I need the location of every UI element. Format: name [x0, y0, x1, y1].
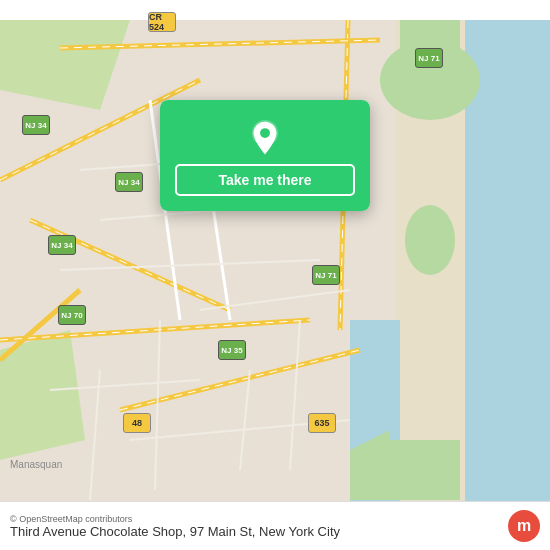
route-badge-nj34-2: NJ 34: [115, 172, 143, 192]
route-badge-nj70: NJ 70: [58, 305, 86, 325]
moovit-logo: m: [508, 510, 540, 542]
route-badge-nj71-2: NJ 71: [312, 265, 340, 285]
take-me-there-button[interactable]: Take me there: [175, 164, 355, 196]
bottom-info: © OpenStreetMap contributors Third Avenu…: [10, 514, 340, 539]
svg-rect-9: [390, 440, 460, 500]
svg-point-8: [405, 205, 455, 275]
popup-header: Take me there: [160, 100, 370, 211]
copyright-text: © OpenStreetMap contributors: [10, 514, 340, 524]
location-popup: Take me there: [160, 100, 370, 211]
route-badge-cr524: CR 524: [148, 12, 176, 32]
map-container: Manasquan CR 524 NJ 34 NJ 34 NJ 71 NJ 34…: [0, 0, 550, 550]
route-badge-nj34-1: NJ 34: [22, 115, 50, 135]
route-badge-nj71-1: NJ 71: [415, 48, 443, 68]
route-badge-nj34-3: NJ 34: [48, 235, 76, 255]
moovit-badge: m: [508, 510, 540, 542]
route-badge-48: 48: [123, 413, 151, 433]
location-name: Third Avenue Chocolate Shop, 97 Main St,…: [10, 524, 340, 539]
map-background: Manasquan: [0, 0, 550, 550]
bottom-bar: © OpenStreetMap contributors Third Avenu…: [0, 501, 550, 550]
route-badge-nj35: NJ 35: [218, 340, 246, 360]
svg-text:Manasquan: Manasquan: [10, 459, 62, 470]
location-pin-icon: [247, 120, 283, 156]
svg-point-39: [260, 128, 270, 138]
route-badge-635: 635: [308, 413, 336, 433]
